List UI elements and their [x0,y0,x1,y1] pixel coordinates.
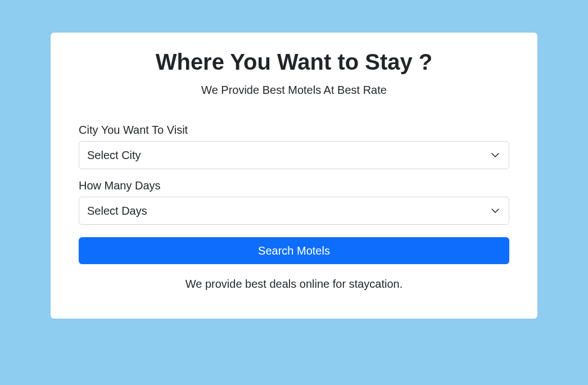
days-field-group: How Many Days Select Days [79,179,509,225]
city-select[interactable]: Select City [79,141,509,169]
days-select-wrapper: Select Days [79,197,509,225]
city-select-wrapper: Select City [79,141,509,169]
days-select[interactable]: Select Days [79,197,509,225]
search-button[interactable]: Search Motels [79,237,509,264]
city-field-group: City You Want To Visit Select City [79,124,509,169]
page-subtitle: We Provide Best Motels At Best Rate [79,84,509,97]
footer-text: We provide best deals online for staycat… [79,278,509,291]
city-label: City You Want To Visit [79,124,509,137]
search-card: Where You Want to Stay ? We Provide Best… [51,33,537,319]
page-title: Where You Want to Stay ? [79,49,509,75]
days-label: How Many Days [79,179,509,192]
